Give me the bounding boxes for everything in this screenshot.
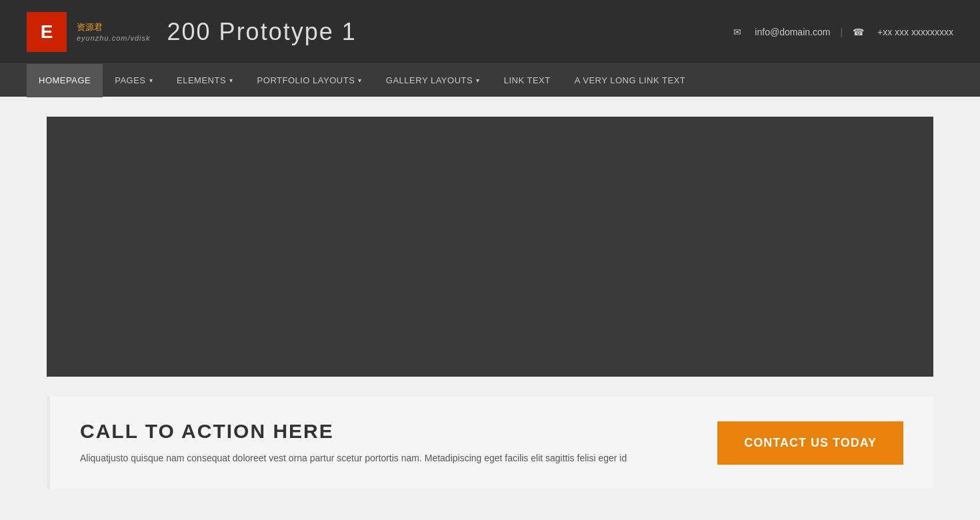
page-header: E 资源君 eyunzhu.com/vdisk 200 Prototype 1 … <box>0 0 980 63</box>
brand-name: 资源君 <box>77 21 151 33</box>
nav-item-portfolio[interactable]: PORTFOLIO LAYOUTS ▾ <box>245 64 374 97</box>
cta-section: CALL TO ACTION HERE Aliquatjusto quisque… <box>47 397 933 489</box>
phone-icon <box>853 27 864 37</box>
envelope-icon <box>733 27 741 37</box>
header-phone: +xx xxx xxxxxxxxx <box>877 27 953 37</box>
chevron-down-icon: ▾ <box>149 77 153 84</box>
nav-item-elements[interactable]: ELEMENTS ▾ <box>165 64 245 97</box>
header-email[interactable]: info@domain.com <box>755 27 830 37</box>
nav-item-pages[interactable]: PAGES ▾ <box>103 64 165 97</box>
nav-item-homepage[interactable]: HOMEPAGE <box>27 64 103 97</box>
main-content: CALL TO ACTION HERE Aliquatjusto quisque… <box>0 97 980 509</box>
logo-url: eyunzhu.com/vdisk <box>77 34 151 42</box>
video-placeholder <box>47 117 933 377</box>
logo-letter: E <box>41 21 53 43</box>
nav-item-link-text[interactable]: LINK TEXT <box>492 64 563 97</box>
logo-box[interactable]: E <box>27 12 67 52</box>
site-title: 200 Prototype 1 <box>167 18 357 46</box>
cta-description: Aliquatjusto quisque nam consequat dolor… <box>80 451 677 465</box>
chevron-down-icon: ▾ <box>476 77 480 84</box>
header-contact: info@domain.com | +xx xxx xxxxxxxxx <box>733 27 953 37</box>
cta-text-area: CALL TO ACTION HERE Aliquatjusto quisque… <box>80 420 677 465</box>
main-nav: HOMEPAGE PAGES ▾ ELEMENTS ▾ PORTFOLIO LA… <box>0 63 980 97</box>
nav-item-gallery[interactable]: GALLERY LAYOUTS ▾ <box>374 64 492 97</box>
cta-title: CALL TO ACTION HERE <box>80 420 677 443</box>
chevron-down-icon: ▾ <box>358 77 362 84</box>
logo-text-block: 资源君 eyunzhu.com/vdisk <box>77 21 151 41</box>
header-divider: | <box>840 27 843 37</box>
nav-item-long-link[interactable]: A VERY LONG LINK TEXT <box>563 64 698 97</box>
chevron-down-icon: ▾ <box>229 77 233 84</box>
header-left: E 资源君 eyunzhu.com/vdisk 200 Prototype 1 <box>27 12 357 52</box>
contact-us-button[interactable]: CONTACT US TODAY <box>717 421 903 465</box>
